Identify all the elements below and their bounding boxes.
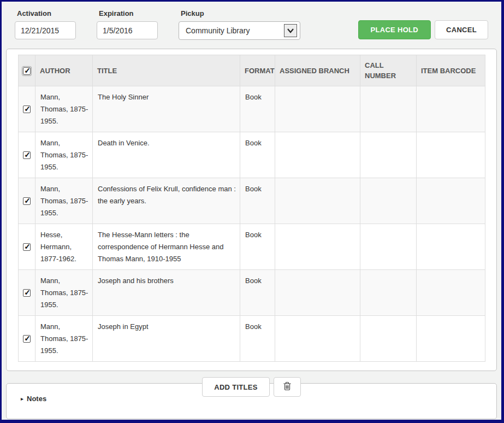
assigned-branch-cell	[275, 224, 360, 270]
chevron-down-icon	[284, 24, 297, 37]
title-cell: The Holy Sinner	[93, 86, 240, 132]
add-titles-button[interactable]: ADD TITLES	[202, 377, 270, 397]
row-checkbox[interactable]: ✓	[23, 151, 31, 159]
table-header-row: ✓ AUTHOR TITLE FORMAT ASSIGNED BRANCH CA…	[19, 55, 485, 86]
author-column-header: AUTHOR	[35, 55, 93, 86]
table-row: ✓ Mann, Thomas, 1875-1955. Joseph and hi…	[19, 270, 485, 316]
assigned-branch-column-header: ASSIGNED BRANCH	[275, 55, 360, 86]
row-checkbox[interactable]: ✓	[23, 335, 31, 343]
title-cell: Joseph and his brothers	[93, 270, 240, 316]
format-cell: Book	[240, 132, 275, 178]
call-number-cell	[360, 132, 417, 178]
table-row: ✓ Mann, Thomas, 1875-1955. Death in Veni…	[19, 132, 485, 178]
pickup-selected-value: Community Library	[186, 26, 284, 35]
activation-label: Activation	[17, 9, 76, 17]
author-cell: Hesse, Hermann, 1877-1962.	[35, 224, 93, 270]
collapsed-triangle-icon: ▸	[21, 396, 23, 402]
table-body: ✓ Mann, Thomas, 1875-1955. The Holy Sinn…	[19, 86, 485, 362]
place-hold-button[interactable]: PLACE HOLD	[358, 20, 431, 39]
item-barcode-column-header: ITEM BARCODE	[417, 55, 485, 86]
item-barcode-cell	[417, 316, 485, 362]
author-cell: Mann, Thomas, 1875-1955.	[35, 178, 93, 224]
pickup-label: Pickup	[181, 9, 300, 17]
row-checkbox[interactable]: ✓	[23, 289, 31, 297]
select-all-checkbox[interactable]: ✓	[23, 67, 31, 75]
activation-field-group: Activation	[15, 9, 76, 39]
select-all-header-cell: ✓	[19, 55, 35, 86]
item-barcode-cell	[417, 86, 485, 132]
call-number-cell	[360, 86, 417, 132]
format-cell: Book	[240, 86, 275, 132]
item-barcode-cell	[417, 178, 485, 224]
assigned-branch-cell	[275, 178, 360, 224]
hold-items-table: ✓ AUTHOR TITLE FORMAT ASSIGNED BRANCH CA…	[18, 55, 485, 362]
assigned-branch-cell	[275, 270, 360, 316]
item-barcode-cell	[417, 270, 485, 316]
delete-selected-button[interactable]	[274, 377, 301, 397]
expiration-date-input[interactable]	[97, 21, 158, 39]
hold-options-bar: Activation Expiration Pickup Community L…	[2, 2, 501, 49]
call-number-cell	[360, 178, 417, 224]
row-checkbox[interactable]: ✓	[23, 105, 31, 113]
item-barcode-cell	[417, 224, 485, 270]
title-cell: Confessions of Felix Krull, confidence m…	[93, 178, 240, 224]
notes-expander[interactable]: ▸ Notes	[21, 395, 46, 403]
assigned-branch-cell	[275, 316, 360, 362]
author-cell: Mann, Thomas, 1875-1955.	[35, 132, 93, 178]
topbar-buttons: PLACE HOLD CANCEL	[358, 20, 488, 39]
expiration-field-group: Expiration	[97, 9, 158, 39]
format-cell: Book	[240, 224, 275, 270]
format-cell: Book	[240, 178, 275, 224]
table-row: ✓ Mann, Thomas, 1875-1955. Confessions o…	[19, 178, 485, 224]
format-cell: Book	[240, 270, 275, 316]
title-cell: Joseph in Egypt	[93, 316, 240, 362]
title-column-header: TITLE	[93, 55, 240, 86]
assigned-branch-cell	[275, 132, 360, 178]
hold-items-panel: ✓ AUTHOR TITLE FORMAT ASSIGNED BRANCH CA…	[6, 49, 497, 371]
table-row: ✓ Mann, Thomas, 1875-1955. The Holy Sinn…	[19, 86, 485, 132]
author-cell: Mann, Thomas, 1875-1955.	[35, 270, 93, 316]
call-number-cell	[360, 270, 417, 316]
table-row: ✓ Mann, Thomas, 1875-1955. Joseph in Egy…	[19, 316, 485, 362]
author-cell: Mann, Thomas, 1875-1955.	[35, 316, 93, 362]
row-checkbox[interactable]: ✓	[23, 243, 31, 251]
cancel-button[interactable]: CANCEL	[435, 20, 488, 39]
trash-icon	[283, 381, 292, 392]
item-barcode-cell	[417, 132, 485, 178]
title-cell: The Hesse-Mann letters : the corresponde…	[93, 224, 240, 270]
expiration-label: Expiration	[99, 9, 158, 17]
pickup-field-group: Pickup Community Library	[179, 9, 300, 40]
activation-date-input[interactable]	[15, 21, 76, 39]
format-column-header: FORMAT	[240, 55, 275, 86]
table-row: ✓ Hesse, Hermann, 1877-1962. The Hesse-M…	[19, 224, 485, 270]
call-number-cell	[360, 316, 417, 362]
pickup-library-select[interactable]: Community Library	[179, 21, 300, 40]
call-number-cell	[360, 224, 417, 270]
assigned-branch-cell	[275, 86, 360, 132]
notes-label: Notes	[27, 395, 46, 403]
format-cell: Book	[240, 316, 275, 362]
author-cell: Mann, Thomas, 1875-1955.	[35, 86, 93, 132]
row-checkbox[interactable]: ✓	[23, 197, 31, 205]
call-number-column-header: CALL NUMBER	[360, 55, 417, 86]
title-cell: Death in Venice.	[93, 132, 240, 178]
